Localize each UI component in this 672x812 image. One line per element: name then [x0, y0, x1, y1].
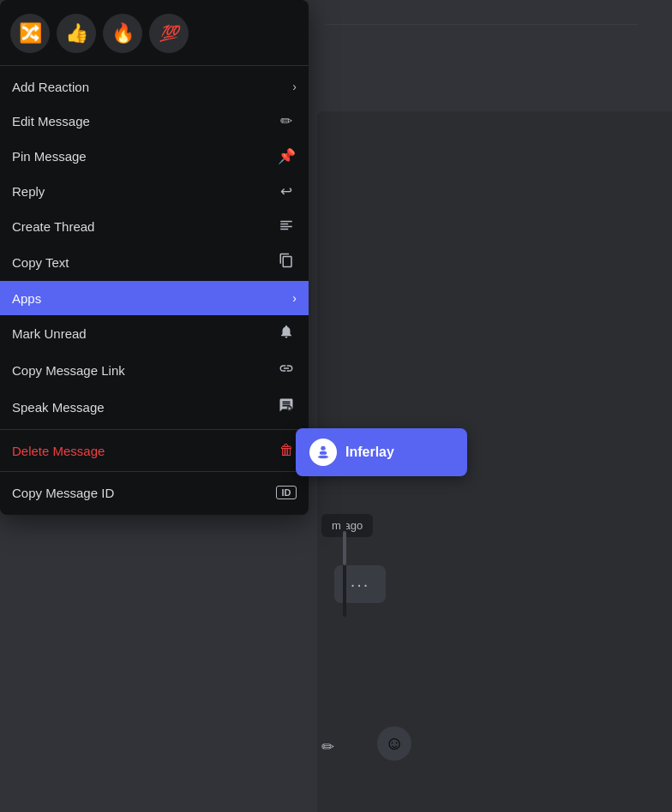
more-options-button[interactable]: ··· [334, 565, 386, 603]
scrollbar-thumb [343, 531, 346, 565]
delete-icon: 🗑 [276, 442, 297, 459]
speak-icon [276, 397, 297, 417]
menu-item-copy-message-id[interactable]: Copy Message ID ID [0, 475, 309, 510]
menu-item-add-reaction[interactable]: Add Reaction › [0, 69, 309, 104]
context-menu: 🔀 👍 🔥 💯 Add Reaction › Edit Message ✏ Pi… [0, 0, 309, 515]
divider [326, 24, 638, 25]
menu-item-pin-message[interactable]: Pin Message 📌 [0, 139, 309, 174]
chat-scrollbar[interactable] [343, 514, 346, 617]
svg-point-3 [318, 455, 329, 459]
menu-item-apps[interactable]: Apps › [0, 281, 309, 315]
emoji-hundred[interactable]: 💯 [149, 14, 189, 53]
svg-point-1 [321, 445, 326, 451]
emoji-thumbsup[interactable]: 👍 [57, 14, 96, 53]
menu-item-mark-unread[interactable]: Mark Unread [0, 315, 309, 352]
copy-icon [276, 253, 297, 272]
menu-item-delete-message[interactable]: Delete Message 🗑 [0, 433, 309, 468]
emoji-reaction-button[interactable]: ☺ [377, 726, 411, 761]
menu-item-speak-message[interactable]: Speak Message [0, 389, 309, 426]
menu-divider [0, 429, 309, 430]
pin-icon: 📌 [276, 147, 297, 165]
menu-divider-2 [0, 471, 309, 472]
id-icon: ID [276, 486, 297, 499]
link-icon [276, 361, 297, 380]
menu-item-edit-message[interactable]: Edit Message ✏ [0, 104, 309, 139]
menu-item-copy-text[interactable]: Copy Text [0, 244, 309, 281]
inferlay-app-item[interactable]: Inferlay [296, 428, 467, 476]
inferlay-logo [309, 439, 337, 466]
edit-message-bg-icon[interactable]: ✏ [321, 737, 334, 756]
menu-item-create-thread[interactable]: Create Thread [0, 209, 309, 244]
inferlay-label: Inferlay [345, 445, 394, 460]
emoji-shuffle[interactable]: 🔀 [10, 14, 50, 53]
reply-icon: ↩ [276, 182, 297, 200]
edit-icon: ✏ [276, 112, 297, 130]
message-timestamp-2: m ago [321, 514, 373, 537]
apps-submenu: Inferlay [296, 428, 467, 476]
emoji-reaction-row: 🔀 👍 🔥 💯 [0, 5, 309, 66]
mark-unread-icon [276, 324, 297, 343]
thread-icon [276, 218, 297, 236]
menu-item-reply[interactable]: Reply ↩ [0, 174, 309, 209]
menu-item-copy-message-link[interactable]: Copy Message Link [0, 352, 309, 389]
emoji-fire[interactable]: 🔥 [103, 14, 142, 53]
